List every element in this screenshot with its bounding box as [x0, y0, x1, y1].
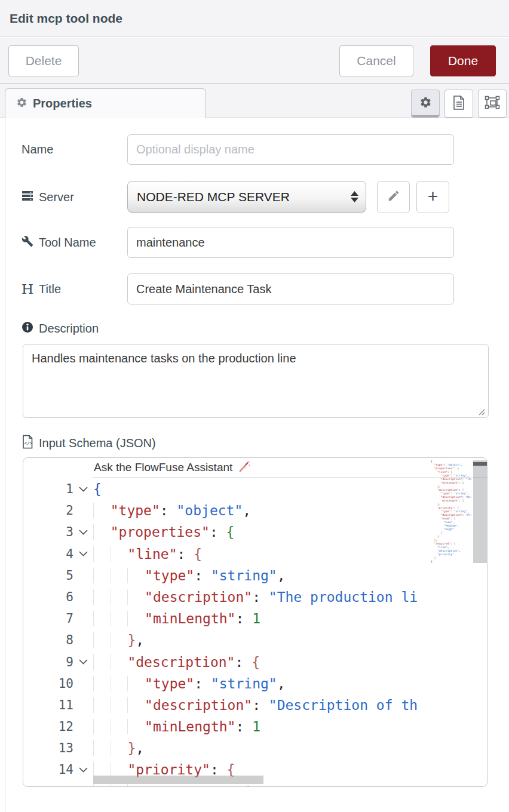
magic-wand-icon — [238, 460, 250, 475]
line-number: 14 — [23, 759, 73, 780]
fold-gutter — [73, 737, 93, 759]
edit-server-button[interactable] — [377, 181, 410, 213]
delete-button[interactable]: Delete — [8, 45, 79, 76]
plus-icon: + — [428, 187, 439, 205]
fold-gutter — [73, 586, 93, 608]
code-line[interactable]: 5 "type": "string", — [23, 565, 487, 586]
scrollbar-position-marker — [473, 462, 487, 466]
dialog-button-row: Delete Cancel Done — [0, 38, 509, 84]
code-line[interactable]: 3 "properties": { — [23, 521, 487, 543]
json-editor[interactable]: Ask the FlowFuse Assistant 1{2 "type": "… — [23, 457, 487, 787]
title-input[interactable] — [127, 273, 454, 304]
line-number: 3 — [23, 521, 73, 543]
fold-gutter — [73, 781, 93, 787]
line-number: 8 — [23, 629, 73, 651]
cancel-button[interactable]: Cancel — [339, 45, 413, 76]
description-label: Description — [22, 320, 201, 337]
edit-node-dialog: Edit mcp tool node Delete Cancel Done Pr… — [0, 0, 509, 812]
code-line[interactable]: 9 "description": { — [23, 651, 487, 673]
appearance-icon — [485, 95, 500, 113]
line-number: 12 — [23, 716, 73, 737]
fold-chevron-icon[interactable] — [73, 651, 93, 673]
line-number: 6 — [23, 586, 73, 608]
minimap-line: } — [431, 560, 471, 564]
fold-gutter — [73, 716, 93, 737]
code-line[interactable]: 12 "minLength": 1 — [23, 716, 487, 737]
code-line[interactable]: 10 "type": "string", — [23, 673, 487, 694]
fold-gutter — [73, 629, 93, 651]
file-code-icon: </> — [22, 435, 33, 452]
description-textarea[interactable]: Handles maintenance tasks on the product… — [23, 344, 489, 418]
code-line[interactable]: 2 "type": "object", — [23, 500, 487, 521]
code-line[interactable]: 8 }, — [23, 629, 487, 651]
tool-name-input[interactable] — [127, 227, 454, 258]
editor-tab-row: Properties — [0, 84, 509, 118]
editor-horizontal-scrollbar[interactable] — [93, 776, 263, 784]
gear-icon — [16, 97, 27, 110]
code-text: "type": "object", — [93, 500, 251, 521]
dialog-header: Edit mcp tool node — [0, 0, 509, 37]
code-text: "description": "Description of th — [93, 694, 418, 716]
code-text: }, — [93, 629, 144, 651]
code-text: "properties": { — [93, 521, 234, 543]
code-text: { — [93, 478, 102, 500]
description-panel-button[interactable] — [444, 90, 473, 118]
line-number: 2 — [23, 500, 73, 521]
code-text: "minLength": 1 — [93, 608, 260, 629]
assistant-label: Ask the FlowFuse Assistant — [94, 461, 232, 474]
code-line[interactable]: 1{ — [23, 478, 487, 500]
properties-panel-button[interactable] — [411, 90, 440, 118]
code-text: "description": "The production li — [93, 586, 418, 608]
wrench-icon — [22, 235, 33, 250]
line-number: 7 — [23, 608, 73, 629]
done-button[interactable]: Done — [430, 45, 496, 76]
server-select[interactable]: NODE-RED MCP SERVER — [127, 181, 366, 213]
editor-vertical-scrollbar[interactable] — [473, 458, 487, 787]
line-number: 15 — [23, 781, 73, 787]
appearance-panel-button[interactable] — [478, 90, 507, 118]
code-text: }, — [93, 737, 144, 759]
editor-lines[interactable]: 1{2 "type": "object",3 "properties": {4 … — [23, 478, 487, 787]
fold-chevron-icon[interactable] — [73, 478, 93, 500]
description-icon — [452, 95, 466, 113]
add-server-button[interactable]: + — [416, 181, 449, 213]
assistant-bar[interactable]: Ask the FlowFuse Assistant — [92, 458, 487, 478]
fold-gutter — [73, 673, 93, 694]
code-text: "minLength": 1 — [93, 716, 260, 737]
tool-name-label: Tool Name — [22, 227, 124, 258]
fold-gutter — [73, 565, 93, 586]
fold-chevron-icon[interactable] — [73, 543, 93, 565]
code-text: "type": "string", — [93, 673, 286, 694]
line-number: 13 — [23, 737, 73, 759]
gear-icon — [419, 96, 432, 111]
select-arrows-icon — [351, 182, 358, 212]
code-line[interactable]: 13 }, — [23, 737, 487, 759]
code-text: "description": { — [93, 651, 260, 673]
code-line[interactable]: 11 "description": "Description of th — [23, 694, 487, 716]
tab-properties[interactable]: Properties — [5, 88, 206, 118]
code-text: "type": "string", — [93, 565, 286, 586]
vertical-scrollbar-thumb[interactable] — [473, 460, 487, 563]
server-select-value: NODE-RED MCP SERVER — [137, 190, 290, 204]
code-line[interactable]: 6 "description": "The production li — [23, 586, 487, 608]
code-line[interactable]: 7 "minLength": 1 — [23, 608, 487, 629]
line-number: 10 — [23, 673, 73, 694]
pencil-icon — [387, 189, 400, 205]
line-number: 11 — [23, 694, 73, 716]
line-number: 5 — [23, 565, 73, 586]
line-number: 9 — [23, 651, 73, 673]
server-label: Server — [22, 181, 124, 213]
code-text: "line": { — [93, 543, 202, 565]
dialog-title: Edit mcp tool node — [10, 0, 122, 37]
server-icon — [22, 190, 33, 204]
info-icon — [22, 321, 33, 336]
tab-properties-label: Properties — [33, 97, 92, 110]
name-input[interactable] — [127, 134, 454, 165]
fold-chevron-icon[interactable] — [73, 521, 93, 543]
dialog-left-border — [5, 118, 5, 812]
editor-minimap[interactable]: { "type": "object", "properties": { "lin… — [431, 460, 471, 567]
fold-gutter — [73, 500, 93, 521]
code-line[interactable]: 4 "line": { — [23, 543, 487, 565]
fold-chevron-icon[interactable] — [73, 759, 93, 780]
line-number: 1 — [23, 478, 73, 500]
